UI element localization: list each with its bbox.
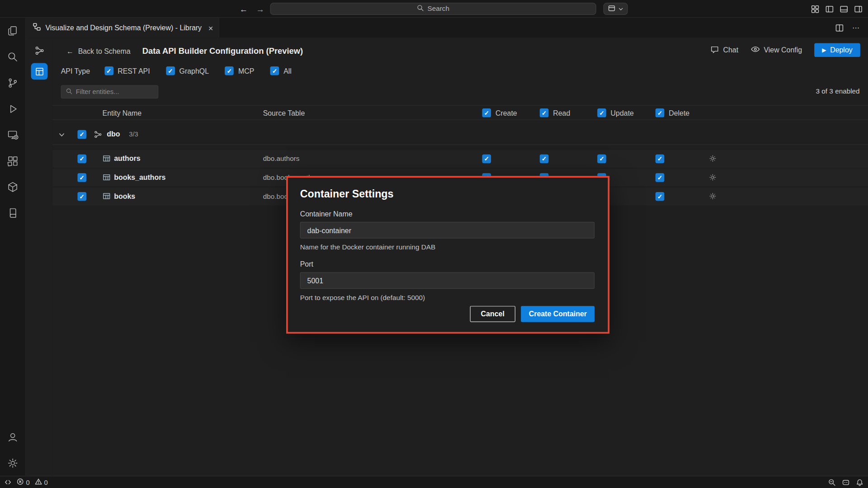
schema-view-rail xyxy=(26,38,53,476)
schema-designer-icon[interactable] xyxy=(31,42,48,59)
chevron-down-icon[interactable] xyxy=(58,131,66,140)
select-all-delete-checkbox[interactable]: ✓ xyxy=(656,108,665,117)
container-name-input[interactable] xyxy=(300,222,594,239)
deploy-button[interactable]: ▶ Deploy xyxy=(814,43,860,57)
remote-explorer-icon[interactable] xyxy=(0,122,26,148)
row-select-checkbox[interactable]: ✓ xyxy=(77,192,86,201)
group-select-checkbox[interactable]: ✓ xyxy=(77,130,86,139)
container-name-help: Name for the Docker container running DA… xyxy=(300,244,594,251)
port-input[interactable] xyxy=(300,272,594,289)
api-type-rest-checkbox[interactable]: ✓ REST API xyxy=(104,66,150,75)
more-actions-icon[interactable]: ⋯ xyxy=(849,21,862,34)
row-settings-gear-icon[interactable] xyxy=(708,192,717,202)
row-settings-gear-icon[interactable] xyxy=(708,155,717,164)
history-forward-button[interactable]: → xyxy=(254,2,267,15)
row-select-checkbox[interactable]: ✓ xyxy=(77,155,86,164)
back-to-schema-link[interactable]: ← Back to Schema xyxy=(66,47,131,55)
search-icon xyxy=(66,88,73,96)
api-type-graphql-checkbox[interactable]: ✓ GraphQL xyxy=(166,66,209,75)
container-icon[interactable] xyxy=(0,174,26,200)
chevron-down-icon xyxy=(618,5,623,13)
customize-layout-icon[interactable] xyxy=(808,2,821,15)
view-config-button[interactable]: View Config xyxy=(750,45,802,55)
titlebar-layout-controls xyxy=(808,2,865,15)
checkbox-delete[interactable]: ✓ xyxy=(656,173,665,182)
api-type-mcp-checkbox[interactable]: ✓ MCP xyxy=(225,66,255,75)
col-delete: Delete xyxy=(669,109,689,117)
checkbox-checked[interactable]: ✓ xyxy=(270,66,279,75)
port-field-group: Port Port to expose the API on (default:… xyxy=(300,260,594,302)
checkbox-checked[interactable]: ✓ xyxy=(225,66,234,75)
container-name-field-group: Container Name Name for the Docker conta… xyxy=(300,210,594,251)
toggle-secondary-sidebar-icon[interactable] xyxy=(851,2,864,15)
database-projects-icon[interactable] xyxy=(0,200,26,226)
search-sidebar-icon[interactable] xyxy=(0,44,26,70)
zoom-icon[interactable] xyxy=(828,479,836,486)
api-type-all-checkbox[interactable]: ✓ All xyxy=(270,66,292,75)
table-grid-icon xyxy=(103,192,111,202)
create-container-button[interactable]: Create Container xyxy=(521,306,595,322)
select-all-read-checkbox[interactable]: ✓ xyxy=(540,108,549,117)
eye-icon xyxy=(750,45,760,55)
group-count: 3/3 xyxy=(129,131,138,138)
tab-visualize-schema[interactable]: Visualize and Design Schema (Preview) - … xyxy=(26,18,219,38)
checkbox-create[interactable]: ✓ xyxy=(482,155,491,164)
toggle-panel-icon[interactable] xyxy=(837,2,850,15)
checkbox-checked[interactable]: ✓ xyxy=(166,66,175,75)
col-read: Read xyxy=(553,109,570,117)
layout-dropdown[interactable] xyxy=(604,3,628,15)
col-create: Create xyxy=(495,109,517,117)
port-help: Port to expose the API on (default: 5000… xyxy=(300,294,594,301)
source-table: dbo.authors xyxy=(263,155,300,163)
history-nav: ← → xyxy=(237,2,267,15)
checkbox-read[interactable]: ✓ xyxy=(540,155,549,164)
select-all-create-checkbox[interactable]: ✓ xyxy=(482,108,491,117)
account-icon[interactable] xyxy=(0,424,26,450)
row-select-checkbox[interactable]: ✓ xyxy=(77,173,86,182)
col-source-table: Source Table xyxy=(263,109,305,117)
settings-gear-icon[interactable] xyxy=(0,450,26,476)
explorer-icon[interactable] xyxy=(0,18,26,44)
history-back-button[interactable]: ← xyxy=(237,2,250,15)
command-center-search[interactable]: Search xyxy=(270,3,596,15)
checkbox-delete[interactable]: ✓ xyxy=(656,155,665,164)
editor-tab-bar: Visualize and Design Schema (Preview) - … xyxy=(26,18,868,38)
entity-table-header: Entity Name Source Table ✓ Create ✓ Read… xyxy=(52,105,868,120)
errors-indicator[interactable]: 0 xyxy=(17,478,30,487)
run-debug-icon[interactable] xyxy=(0,96,26,122)
split-editor-icon[interactable] xyxy=(833,21,846,34)
select-all-update-checkbox[interactable]: ✓ xyxy=(597,108,606,117)
search-placeholder-text: Search xyxy=(428,5,450,13)
page-title: Data API Builder Configuration (Preview) xyxy=(142,46,303,56)
source-control-icon[interactable] xyxy=(0,70,26,96)
enabled-count-text: 3 of 3 enabled xyxy=(816,87,860,95)
col-update: Update xyxy=(611,109,634,117)
group-name: dbo xyxy=(107,130,120,138)
remote-indicator-icon[interactable] xyxy=(5,479,12,486)
checkbox-checked[interactable]: ✓ xyxy=(104,66,113,75)
filter-entities-input[interactable] xyxy=(76,88,153,96)
copilot-icon[interactable] xyxy=(842,479,849,486)
dialog-title: Container Settings xyxy=(300,188,594,200)
dab-config-icon[interactable] xyxy=(31,63,48,80)
tab-label: Visualize and Design Schema (Preview) - … xyxy=(45,23,202,32)
entity-name: authors xyxy=(114,155,140,163)
cancel-button[interactable]: Cancel xyxy=(470,306,515,322)
row-settings-gear-icon[interactable] xyxy=(708,173,717,183)
status-bar-left: 0 0 xyxy=(5,478,48,487)
checkbox-delete[interactable]: ✓ xyxy=(656,192,665,201)
close-icon[interactable]: × xyxy=(208,23,213,32)
chat-button[interactable]: Chat xyxy=(710,45,738,55)
warning-icon xyxy=(35,478,42,487)
notifications-bell-icon[interactable] xyxy=(856,479,863,486)
title-bar: ← → Search xyxy=(0,0,868,18)
schema-tab-icon xyxy=(33,23,41,33)
checkbox-update[interactable]: ✓ xyxy=(597,155,606,164)
filter-entities-box xyxy=(61,85,159,99)
toggle-primary-sidebar-icon[interactable] xyxy=(823,2,836,15)
warnings-indicator[interactable]: 0 xyxy=(35,478,48,487)
status-bar: 0 0 xyxy=(0,476,868,488)
chat-icon xyxy=(710,45,719,55)
table-grid-icon xyxy=(103,155,111,164)
extensions-icon[interactable] xyxy=(0,148,26,174)
